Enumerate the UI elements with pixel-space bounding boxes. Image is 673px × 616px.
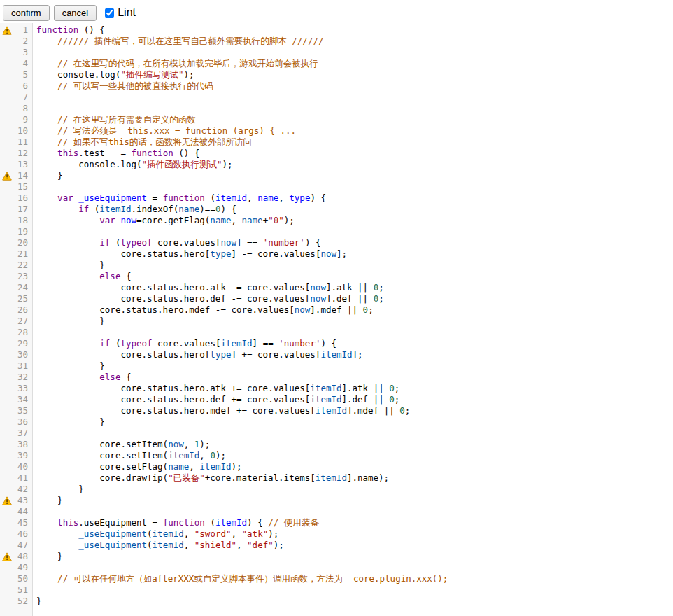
code-line[interactable]: 50 // 可以在任何地方（如afterXXX或自定义脚本事件）调用函数，方法为… xyxy=(0,573,673,584)
code-line-content xyxy=(31,92,36,103)
code-line-content: if (typeof core.values[now] == 'number')… xyxy=(31,237,320,248)
lint-marker-empty xyxy=(0,260,14,271)
code-line[interactable]: 31 } xyxy=(0,360,673,372)
confirm-button[interactable]: confirm xyxy=(3,5,50,21)
line-number: 22 xyxy=(14,260,31,271)
line-number: 38 xyxy=(14,439,31,450)
code-line-content xyxy=(31,562,36,573)
lint-marker-empty xyxy=(0,484,14,495)
code-line[interactable]: 24 core.status.hero.atk -= core.values[n… xyxy=(0,282,673,293)
code-line[interactable]: 22 } xyxy=(0,260,673,271)
line-number: 3 xyxy=(14,47,31,58)
code-line[interactable]: 28 xyxy=(0,327,673,338)
code-line[interactable]: 17 if (itemId.indexOf(name)==0) { xyxy=(0,204,673,215)
line-number: 24 xyxy=(14,282,31,293)
line-number: 40 xyxy=(14,461,31,472)
code-line[interactable]: 18 var now=core.getFlag(name, name+"0"); xyxy=(0,215,673,226)
code-line-content: core.setFlag(name, itemId); xyxy=(31,461,242,472)
code-line-content: } xyxy=(31,551,63,562)
code-line[interactable]: 14 } xyxy=(0,170,673,181)
lint-marker-empty xyxy=(0,517,14,528)
code-line[interactable]: 51 xyxy=(0,584,673,596)
code-line[interactable]: 27 } xyxy=(0,316,673,327)
code-line-content: } xyxy=(31,316,105,327)
line-number: 29 xyxy=(14,338,31,349)
code-line[interactable]: 47 _useEquipment(itemId, "shield", "def"… xyxy=(0,540,673,551)
code-line-content: core.status.hero.atk -= core.values[now]… xyxy=(31,282,384,293)
code-line[interactable]: 37 xyxy=(0,428,673,439)
lint-marker-empty xyxy=(0,428,14,439)
code-line[interactable]: 38 core.setItem(now, 1); xyxy=(0,439,673,450)
code-line[interactable]: 25 core.status.hero.def -= core.values[n… xyxy=(0,293,673,304)
code-line-content: if (itemId.indexOf(name)==0) { xyxy=(31,204,236,215)
code-line[interactable]: 34 core.status.hero.def += core.values[i… xyxy=(0,394,673,405)
code-line[interactable]: 48 } xyxy=(0,551,673,562)
lint-marker-empty xyxy=(0,596,14,607)
code-line[interactable]: 40 core.setFlag(name, itemId); xyxy=(0,461,673,472)
code-line[interactable]: 26 core.status.hero.mdef -= core.values[… xyxy=(0,304,673,316)
code-line[interactable]: 36 } xyxy=(0,416,673,428)
code-line-content: } xyxy=(31,495,63,506)
code-line[interactable]: 33 core.status.hero.atk += core.values[i… xyxy=(0,383,673,394)
code-line[interactable]: 43 } xyxy=(0,495,673,506)
code-line[interactable]: 15 xyxy=(0,181,673,192)
code-line-content: core.status.hero[type] -= core.values[no… xyxy=(31,248,347,260)
code-line-content: // 写法必须是 this.xxx = function (args) { ..… xyxy=(31,125,296,136)
code-line[interactable]: 3 xyxy=(0,47,673,58)
code-line[interactable]: 7 xyxy=(0,92,673,103)
code-line-content: core.status.hero.mdef -= core.values[now… xyxy=(31,304,374,316)
code-line-content: } xyxy=(31,170,63,181)
code-line[interactable]: 41 core.drawTip("已装备"+core.material.item… xyxy=(0,472,673,484)
code-line[interactable]: 45 this.useEquipment = function (itemId)… xyxy=(0,517,673,528)
lint-checkbox-label[interactable]: Lint xyxy=(118,6,136,19)
line-number: 27 xyxy=(14,316,31,327)
code-line[interactable]: 1function () { xyxy=(0,24,673,36)
code-line[interactable]: 32 else { xyxy=(0,372,673,383)
code-line[interactable]: 21 core.status.hero[type] -= core.values… xyxy=(0,248,673,260)
line-number: 17 xyxy=(14,204,31,215)
code-line[interactable]: 23 else { xyxy=(0,271,673,282)
code-line[interactable]: 42 } xyxy=(0,484,673,495)
code-line[interactable]: 4 // 在这里写的代码，在所有模块加载完毕后，游戏开始前会被执行 xyxy=(0,58,673,69)
line-number: 16 xyxy=(14,192,31,204)
code-line[interactable]: 44 xyxy=(0,506,673,517)
code-line[interactable]: 6 // 可以写一些其他的被直接执行的代码 xyxy=(0,80,673,92)
code-line[interactable]: 13 console.log("插件函数执行测试"); xyxy=(0,159,673,170)
line-number: 21 xyxy=(14,248,31,260)
line-number: 50 xyxy=(14,573,31,584)
line-number: 35 xyxy=(14,405,31,416)
code-line[interactable]: 9 // 在这里写所有需要自定义的函数 xyxy=(0,114,673,125)
code-line[interactable]: 10 // 写法必须是 this.xxx = function (args) {… xyxy=(0,125,673,136)
code-line-content: core.status.hero.def -= core.values[now]… xyxy=(31,293,384,304)
code-editor[interactable]: 1function () {2 ////// 插件编写，可以在这里写自己额外需要… xyxy=(0,23,673,616)
code-line[interactable]: 5 console.log("插件编写测试"); xyxy=(0,69,673,80)
code-line[interactable]: 8 xyxy=(0,103,673,114)
code-line[interactable]: 20 if (typeof core.values[now] == 'numbe… xyxy=(0,237,673,248)
code-line-content: core.setItem(itemId, 0); xyxy=(31,450,226,461)
code-line[interactable]: 2 ////// 插件编写，可以在这里写自己额外需要执行的脚本 ////// xyxy=(0,36,673,47)
code-line[interactable]: 30 core.status.hero[type] += core.values… xyxy=(0,349,673,360)
code-line[interactable]: 19 xyxy=(0,226,673,237)
code-line[interactable]: 11 // 如果不写this的话，函数将无法被外部所访问 xyxy=(0,136,673,148)
lint-marker-empty xyxy=(0,159,14,170)
code-line[interactable]: 12 this.test = function () { xyxy=(0,148,673,159)
code-line[interactable]: 35 core.status.hero.mdef += core.values[… xyxy=(0,405,673,416)
code-line[interactable]: 39 core.setItem(itemId, 0); xyxy=(0,450,673,461)
cancel-button[interactable]: cancel xyxy=(54,5,97,21)
lint-marker-empty xyxy=(0,461,14,472)
line-number: 47 xyxy=(14,540,31,551)
lint-marker-empty xyxy=(0,316,14,327)
code-line[interactable]: 52} xyxy=(0,596,673,607)
code-line[interactable]: 16 var _useEquipment = function (itemId,… xyxy=(0,192,673,204)
line-number: 14 xyxy=(14,170,31,181)
code-line[interactable]: 46 _useEquipment(itemId, "sword", "atk")… xyxy=(0,528,673,540)
code-line[interactable]: 29 if (typeof core.values[itemId] == 'nu… xyxy=(0,338,673,349)
lint-checkbox[interactable] xyxy=(105,8,114,18)
lint-marker-empty xyxy=(0,573,14,584)
lint-marker-empty xyxy=(0,327,14,338)
code-line-content: // 如果不写this的话，函数将无法被外部所访问 xyxy=(31,136,252,148)
line-number: 33 xyxy=(14,383,31,394)
line-number: 44 xyxy=(14,506,31,517)
code-line[interactable]: 49 xyxy=(0,562,673,573)
line-number: 7 xyxy=(14,92,31,103)
